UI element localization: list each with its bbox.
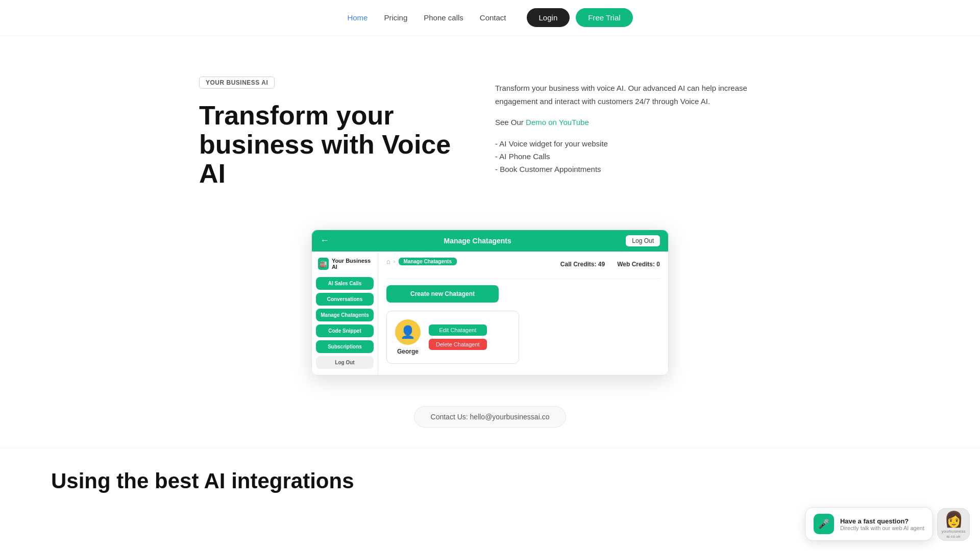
contact-pill: Contact Us: hello@yourbusinessai.co (414, 406, 567, 428)
sidebar-brand-name: Your Business AI (332, 258, 372, 270)
sidebar-manage-chatagents[interactable]: Manage Chatagents (316, 309, 374, 321)
feature-2: - AI Phone Calls (495, 152, 781, 161)
see-our-text: See Our (495, 118, 524, 127)
hero-see-our: See Our Demo on YouTube (495, 116, 781, 129)
app-topbar-title: Manage Chatagents (329, 237, 626, 245)
hero-right: Transform your business with voice AI. O… (495, 77, 781, 178)
sidebar-brand: 🏭 Your Business AI (316, 258, 374, 270)
app-body: 🏭 Your Business AI AI Sales Calls Conver… (312, 252, 668, 375)
app-main: ⌂ › Manage Chatagents Call Credits: 49 W… (378, 252, 668, 375)
chat-avatar-face: 👩 (944, 510, 963, 514)
back-arrow-icon[interactable]: ← (320, 235, 329, 246)
breadcrumb-home-icon[interactable]: ⌂ (386, 258, 390, 265)
bottom-title: Using the best AI integrations (51, 469, 929, 493)
nav-links: Home Pricing Phone calls Contact (347, 13, 506, 22)
app-window: ← Manage Chatagents Log Out 🏭 Your Busin… (311, 230, 669, 375)
sidebar-brand-icon: 🏭 (318, 258, 329, 270)
sidebar-code-snippet[interactable]: Code Snippet (316, 324, 374, 337)
nav-actions: Login Free Trial (527, 8, 633, 27)
nav-phone-calls[interactable]: Phone calls (424, 13, 463, 22)
app-toprow: ⌂ › Manage Chatagents Call Credits: 49 W… (386, 258, 660, 271)
chatagent-card: 👤 George Edit Chatagent Delete Chatagent (386, 311, 519, 364)
hero-section: YOUR BUSINESS AI Transform your business… (0, 36, 980, 219)
agent-avatar: 👤 (395, 319, 421, 345)
hero-badge: YOUR BUSINESS AI (199, 77, 275, 89)
sidebar-subscriptions[interactable]: Subscriptions (316, 340, 374, 353)
app-breadcrumb: ⌂ › Manage Chatagents (386, 258, 457, 265)
breadcrumb-manage-label: Manage Chatagents (399, 258, 457, 265)
contact-section: Contact Us: hello@yourbusinessai.co (0, 396, 980, 448)
create-chatagent-button[interactable]: Create new Chatagent (386, 285, 499, 303)
topbar-logout-button[interactable]: Log Out (626, 235, 660, 246)
breadcrumb-chevron-icon: › (394, 258, 396, 264)
chat-avatar[interactable]: 👩 yourbusinessai.co.uk (937, 508, 970, 514)
login-button[interactable]: Login (527, 8, 570, 27)
web-credits: Web Credits: 0 (617, 261, 660, 268)
screenshot-section: ← Manage Chatagents Log Out 🏭 Your Busin… (0, 219, 980, 396)
edit-chatagent-button[interactable]: Edit Chatagent (429, 324, 487, 336)
agent-actions: Edit Chatagent Delete Chatagent (429, 324, 487, 350)
demo-link[interactable]: Demo on YouTube (526, 118, 589, 127)
navigation: Home Pricing Phone calls Contact Login F… (0, 0, 980, 36)
nav-home[interactable]: Home (347, 13, 368, 22)
app-credits: Call Credits: 49 Web Credits: 0 (560, 261, 660, 268)
bottom-section: Using the best AI integrations (0, 448, 980, 514)
nav-contact[interactable]: Contact (480, 13, 506, 22)
hero-title: Transform your business with Voice AI (199, 101, 454, 189)
hero-features: - AI Voice widget for your website - AI … (495, 139, 781, 173)
chat-widget[interactable]: 🎤 Have a fast question? Directly talk wi… (805, 507, 970, 514)
nav-pricing[interactable]: Pricing (384, 13, 407, 22)
feature-1: - AI Voice widget for your website (495, 139, 781, 148)
sidebar-ai-sales-calls[interactable]: AI Sales Calls (316, 277, 374, 290)
app-topbar: ← Manage Chatagents Log Out (312, 230, 668, 252)
free-trial-button[interactable]: Free Trial (576, 8, 632, 27)
sidebar-conversations[interactable]: Conversations (316, 293, 374, 306)
app-sidebar: 🏭 Your Business AI AI Sales Calls Conver… (312, 252, 378, 375)
hero-description: Transform your business with voice AI. O… (495, 82, 781, 108)
delete-chatagent-button[interactable]: Delete Chatagent (429, 339, 487, 350)
feature-3: - Book Customer Appointments (495, 165, 781, 173)
hero-left: YOUR BUSINESS AI Transform your business… (199, 77, 454, 189)
chat-bubble[interactable]: 🎤 Have a fast question? Directly talk wi… (805, 507, 933, 514)
agent-name: George (395, 348, 421, 355)
call-credits: Call Credits: 49 (560, 261, 605, 268)
sidebar-logout-button[interactable]: Log Out (316, 356, 374, 369)
